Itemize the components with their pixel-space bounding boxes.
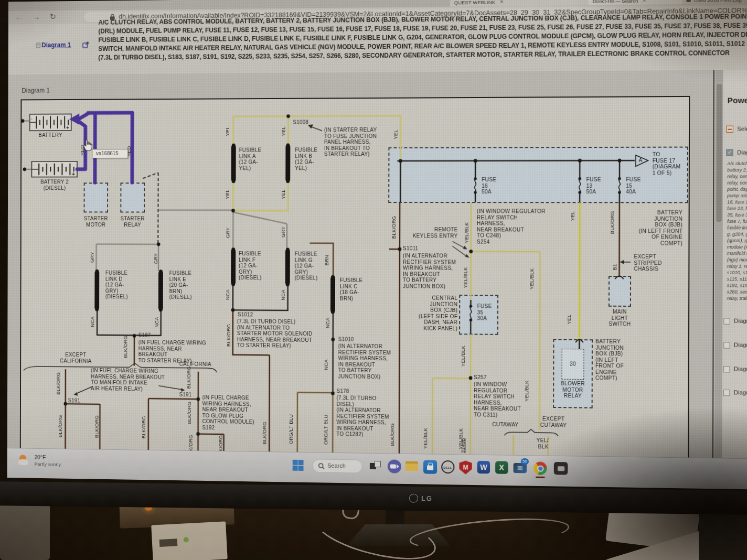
description-line: relay 1, remot — [727, 264, 747, 269]
search-icon — [318, 462, 325, 469]
splice-label: S1010 — [338, 336, 354, 342]
diagram-5-checkbox[interactable] — [723, 390, 730, 396]
wire-label: BLK/ORG — [389, 411, 394, 458]
select-all-label[interactable]: Select — [737, 125, 747, 132]
wire-label: NCA — [153, 299, 159, 346]
description-line: relay, conso — [727, 180, 747, 186]
cable — [408, 513, 570, 554]
component-label: BLOWER MOTOR RELAY — [553, 380, 592, 399]
sidebar-item-diagram2[interactable]: Diagram 2 — [734, 318, 747, 325]
diagram-4-checkbox[interactable] — [723, 366, 730, 372]
diagram-sidebar: Power Select ✓ Diagram 1 A/c clutch r ba… — [722, 70, 747, 458]
fusible-link-d — [94, 271, 99, 310]
diagram-2-checkbox[interactable] — [723, 318, 730, 324]
component-label: BATTERY JUNCTION BOX (BJB) (IN LEFT FRON… — [627, 209, 682, 246]
component-label: STARTER RELAY — [113, 216, 152, 228]
dell-icon[interactable]: DELL — [441, 460, 454, 473]
component-label: FUSIBLE LINK G (12 GA- GRY) (DIESEL) — [295, 251, 318, 281]
arrow-reference: A — [637, 157, 644, 164]
desk-object-bag — [0, 499, 50, 560]
splice-note: (IN FUEL CHARGE WIRING HARNESS, NEAR BRE… — [202, 394, 259, 431]
splice-label: S1012 — [238, 311, 253, 318]
description-line: s1010, s1011, — [727, 270, 747, 275]
search-box[interactable]: Search — [312, 459, 362, 473]
task-view-icon[interactable] — [370, 461, 383, 475]
wire-label: NCA — [323, 341, 328, 389]
splice-note: (IN WINDOW REGULATOR RELAY SWITCH HARNES… — [477, 208, 554, 245]
fusible-link-f — [231, 249, 236, 285]
wire-label: YEL/ BLK — [525, 437, 549, 450]
diagram-1-label[interactable]: Diagram 1 — [737, 149, 747, 155]
excel-icon[interactable]: X — [495, 461, 508, 474]
wire-label: BRN — [324, 236, 329, 284]
description-line: 35, fuse 37, f — [727, 212, 747, 218]
fuse-label: FUSE 15 40A — [626, 177, 641, 195]
sidebar-item-diagram4[interactable]: Diagram 4 — [734, 365, 747, 372]
component-label: FUSIBLE LINK A (12 GA- YEL) — [239, 147, 261, 171]
weather-icon — [18, 455, 29, 466]
description-line: g, g204, gene — [727, 231, 747, 236]
splice-note: (IN FUEL CHARGE WIRING HARNESS, NEAR BRE… — [138, 339, 210, 364]
search-label: Search — [327, 462, 346, 469]
branch-label: EXCEPT CUTAWAY — [533, 416, 573, 428]
wire-label: YEL/BLK — [463, 209, 469, 256]
branch-label: EXCEPT CALIFORNIA — [45, 352, 106, 364]
splice-label: S178 — [336, 388, 349, 394]
splice-label: S257 — [474, 374, 487, 381]
file-explorer-icon[interactable] — [405, 460, 419, 473]
wire-label: BLK/ORG — [609, 199, 615, 246]
description-line: (ngv) module, — [727, 257, 747, 262]
mail-icon[interactable]: ✉ 50 — [514, 461, 527, 476]
description-line: s115, s116, s1 — [727, 276, 747, 282]
fuse-label: FUSE 16 50A — [482, 177, 496, 195]
component-label: CENTRAL JUNCTION BOX (CJB) (LEFT SIDE OF… — [408, 295, 458, 331]
weather-desc: Partly sunny — [35, 461, 61, 467]
sidebar-item-diagram3[interactable]: Diagram 3 — [734, 341, 747, 348]
branch-label: CUTAWAY — [492, 422, 518, 428]
wire-label: BLK/ORG — [225, 312, 231, 359]
wire-label: ORG/LT BLU — [323, 406, 328, 453]
wire-label: GRY — [89, 234, 94, 281]
monitor-screen: QUEST WEBLINK ✕ Direct-Hit — Search ✕ Us… — [7, 0, 747, 489]
sidebar-title: Power — [728, 95, 747, 105]
description-line: relay, trailer ele — [727, 296, 747, 301]
wire-label: YEL — [565, 296, 571, 343]
wire-label: GRY — [225, 209, 230, 256]
fuse-label: FUSE 35 30A — [477, 303, 492, 321]
reference-note: TO FUSE 17 (DIAGRAM 1 OF 5) — [653, 152, 690, 176]
word-icon[interactable]: W — [477, 461, 490, 474]
description-line: fuse 23, fuse — [727, 206, 747, 211]
description-line: module (idm) — [727, 244, 747, 250]
splice-label: S187 — [138, 332, 151, 339]
diagram-1-checkbox[interactable]: ✓ — [726, 149, 733, 156]
wire-label: NCA — [225, 271, 230, 318]
chat-icon[interactable] — [388, 459, 401, 473]
wire-label: BLK/ORG — [93, 403, 99, 450]
sidebar-item-diagram5[interactable]: Diagram 5 — [734, 389, 747, 396]
description-line: (gpcm), glow — [727, 238, 747, 243]
lg-ring-icon — [409, 494, 418, 503]
microsoft-store-icon[interactable] — [423, 460, 437, 473]
description-line: relay, centra — [727, 174, 747, 179]
app-icon[interactable] — [554, 462, 568, 475]
wire-label: YEL/BLK — [524, 367, 529, 415]
scrollbar-thumb[interactable] — [716, 84, 722, 222]
weather-temp: 20°F — [35, 454, 46, 460]
branch-label: CALIFORNIA — [179, 361, 211, 368]
start-button[interactable] — [293, 460, 304, 471]
desk-object-white-box — [151, 521, 228, 560]
splice-note: (7.3L DI TURBO DISEL) (IN ALTERNATOR REC… — [336, 395, 394, 438]
wire-label: NCA — [280, 272, 285, 319]
photo-backdrop: QUEST WEBLINK ✕ Direct-Hit — Search ✕ Us… — [0, 0, 747, 560]
mcafee-icon[interactable]: M — [459, 460, 472, 474]
component-label: FUSIBLE LINK C (18 GA- BRN) — [340, 277, 362, 301]
component-label: FUSIBLE LINK F (12 GA- GRY) (DIESEL) — [239, 251, 262, 281]
description-line: A/c clutch r — [727, 161, 747, 166]
diagram-3-checkbox[interactable] — [723, 342, 730, 348]
chrome-icon[interactable] — [533, 461, 547, 475]
description-line: point, daytim — [727, 187, 747, 192]
weather-widget[interactable]: 20°F Partly sunny — [18, 453, 94, 474]
description-line: fusible link d, — [727, 225, 747, 230]
description-line: s280, secondar — [727, 289, 747, 295]
select-all-checkbox[interactable] — [726, 126, 733, 133]
